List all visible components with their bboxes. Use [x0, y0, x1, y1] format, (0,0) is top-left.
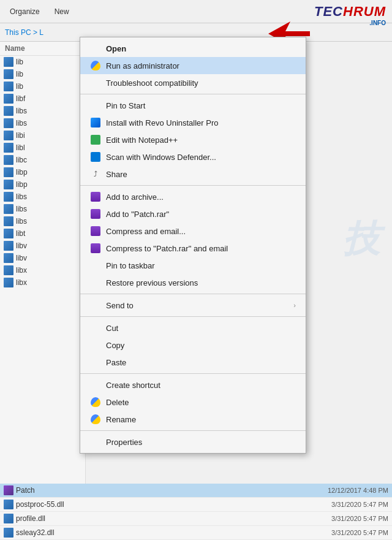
open-icon [90, 43, 101, 54]
menu-label-properties: Properties [106, 438, 142, 447]
menu-label-create-shortcut: Create shortcut [106, 381, 160, 390]
file-name: postproc-55.dll [16, 500, 300, 509]
menu-item-send-to[interactable]: Send to › [80, 297, 306, 314]
list-item[interactable]: libf [0, 93, 85, 105]
revo-icon [90, 117, 101, 128]
breadcrumb: This PC > L [5, 28, 43, 37]
dll-icon [4, 229, 13, 238]
list-item[interactable]: libt [0, 227, 85, 240]
delete-uac-icon [90, 397, 101, 408]
menu-item-paste[interactable]: Paste [80, 354, 306, 371]
menu-item-share[interactable]: ⤴ Share [80, 165, 306, 183]
uac-shield-icon [90, 60, 101, 71]
list-item[interactable]: libx [0, 264, 85, 276]
menu-item-run-admin[interactable]: Run as administrator [80, 57, 306, 74]
restore-icon [90, 277, 101, 288]
context-menu: Open Run as administrator Troubleshoot c… [80, 37, 306, 454]
rename-uac-icon [90, 414, 101, 425]
list-item[interactable]: libv [0, 252, 85, 264]
dll-icon [4, 514, 13, 523]
techrum-brand: TECHRUM [314, 4, 386, 20]
list-item[interactable]: libs [0, 105, 85, 117]
list-item[interactable]: libs [0, 117, 85, 129]
menu-item-rename[interactable]: Rename [80, 411, 306, 428]
menu-label-share: Share [106, 170, 127, 179]
list-item[interactable]: lib [0, 56, 85, 68]
dll-icon [4, 180, 13, 189]
list-item[interactable]: libs [0, 203, 85, 215]
list-item[interactable]: libs [0, 215, 85, 227]
menu-label-compress-patch-email: Compress to "Patch.rar" and email [106, 244, 228, 253]
dll-icon [4, 278, 13, 287]
menu-item-properties[interactable]: Properties [80, 433, 306, 451]
rar-icon-2 [90, 208, 101, 219]
menu-item-add-patch-rar[interactable]: Add to "Patch.rar" [80, 205, 306, 222]
pin-start-icon [90, 100, 101, 111]
separator-1 [80, 94, 306, 94]
dll-icon [4, 82, 13, 91]
menu-label-paste: Paste [106, 358, 126, 367]
menu-label-pin-start: Pin to Start [106, 101, 145, 110]
list-item[interactable]: libp [0, 166, 85, 178]
menu-item-create-shortcut[interactable]: Create shortcut [80, 376, 306, 394]
menu-item-defender[interactable]: Scan with Windows Defender... [80, 148, 306, 165]
dll-icon [4, 192, 13, 202]
list-item[interactable]: libv [0, 240, 85, 252]
separator-6 [80, 430, 306, 431]
table-row[interactable]: profile.dll 3/31/2020 5:47 PM [0, 512, 392, 526]
menu-item-pin-taskbar[interactable]: Pin to taskbar [80, 257, 306, 274]
file-list-items: lib lib lib libf libs libs libi libl lib… [0, 56, 85, 289]
menu-item-restore[interactable]: Restore previous versions [80, 274, 306, 291]
dll-icon [4, 253, 13, 263]
menu-item-delete[interactable]: Delete [80, 394, 306, 411]
menu-item-revo[interactable]: Install with Revo Uninstaller Pro [80, 114, 306, 131]
list-item[interactable]: libs [0, 191, 85, 203]
file-name: Patch [16, 486, 300, 495]
menu-label-add-patch-rar: Add to "Patch.rar" [106, 210, 169, 219]
menu-label-add-archive: Add to archive... [106, 192, 164, 202]
dll-icon [4, 265, 13, 275]
list-item[interactable]: libi [0, 129, 85, 142]
troubleshoot-icon [90, 77, 101, 88]
file-name: ssleay32.dll [16, 528, 300, 537]
list-item[interactable]: libl [0, 142, 85, 154]
file-name: profile.dll [16, 514, 300, 523]
dll-icon [4, 241, 13, 251]
menu-label-delete: Delete [106, 398, 129, 407]
menu-item-compress-patch-email[interactable]: Compress to "Patch.rar" and email [80, 240, 306, 257]
list-item[interactable]: libx [0, 276, 85, 289]
menu-item-copy[interactable]: Copy [80, 337, 306, 354]
file-list-header: Name [0, 42, 85, 56]
menu-label-compress-email: Compress and email... [106, 227, 186, 236]
table-row[interactable]: ssleay32.dll 3/31/2020 5:47 PM [0, 526, 392, 540]
list-item[interactable]: lib [0, 68, 85, 80]
menu-item-cut[interactable]: Cut [80, 319, 306, 337]
menu-label-defender: Scan with Windows Defender... [106, 153, 216, 162]
table-row[interactable]: postproc-55.dll 3/31/2020 5:47 PM [0, 498, 392, 512]
submenu-arrow-icon: › [293, 302, 296, 309]
menu-label-notepadpp: Edit with Notepad++ [106, 135, 178, 145]
menu-item-add-archive[interactable]: Add to archive... [80, 188, 306, 205]
toolbar-organize[interactable]: Organize [5, 6, 45, 18]
properties-icon [90, 436, 101, 447]
table-row[interactable]: Patch 12/12/2017 4:48 PM [0, 484, 392, 498]
share-icon: ⤴ [90, 169, 101, 180]
rar-icon-4 [90, 243, 101, 254]
file-date: 3/31/2020 5:47 PM [303, 515, 388, 522]
menu-item-open[interactable]: Open [80, 40, 306, 57]
menu-item-troubleshoot[interactable]: Troubleshoot compatibility [80, 74, 306, 91]
menu-item-pin-start[interactable]: Pin to Start [80, 97, 306, 114]
list-item[interactable]: libc [0, 154, 85, 166]
menu-item-compress-email[interactable]: Compress and email... [80, 222, 306, 240]
menu-item-notepadpp[interactable]: Edit with Notepad++ [80, 131, 306, 148]
toolbar-new[interactable]: New [50, 6, 74, 18]
separator-4 [80, 316, 306, 317]
dll-icon [4, 167, 13, 177]
separator-5 [80, 373, 306, 374]
list-item[interactable]: libp [0, 178, 85, 191]
dll-icon [4, 528, 13, 538]
dll-icon [4, 500, 13, 509]
menu-label-send-to: Send to [106, 301, 134, 310]
list-item[interactable]: lib [0, 80, 85, 93]
brand-text-tec: TEC [314, 4, 343, 19]
